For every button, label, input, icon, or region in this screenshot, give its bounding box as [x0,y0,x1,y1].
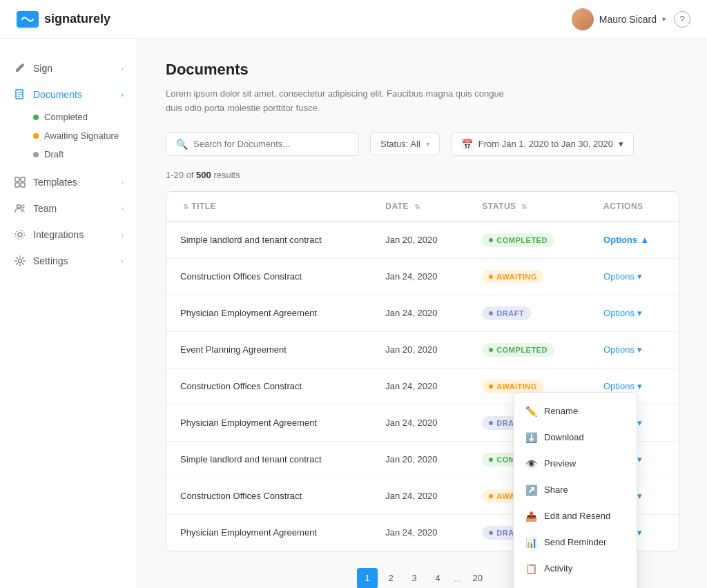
options-button[interactable]: Options ▾ [603,344,642,355]
status-badge: DRAFT [482,306,531,320]
sidebar-item-integrations[interactable]: Integrations › [0,222,137,248]
status-badge: AWAITING [482,270,543,284]
svg-rect-4 [21,183,25,187]
col-status[interactable]: STATUS ⇅ [468,192,590,222]
dropdown-edit-resend[interactable]: 📤 Edit and Resend [514,503,637,529]
col-title[interactable]: ⇅ TITLE [166,192,371,222]
download-label: Download [544,432,584,442]
svg-point-9 [19,259,22,263]
svg-point-8 [16,231,25,239]
doc-actions: Options ▾ [590,295,679,331]
sort-icon: ⇅ [183,203,189,210]
edit-resend-icon: 📤 [525,510,537,522]
page-1-button[interactable]: 1 [357,568,378,588]
page-3-button[interactable]: 3 [404,568,425,588]
options-button[interactable]: Options ▾ [603,381,642,391]
header: signaturely Mauro Sicard ▾ ? [0,0,707,39]
search-input[interactable] [193,139,349,149]
sidebar-sign-label: Sign [33,63,52,74]
options-button[interactable]: Options ▾ [603,308,642,318]
draft-label: Draft [44,149,64,159]
svg-point-6 [21,205,24,208]
sidebar-item-awaiting[interactable]: Awaiting Signature [33,126,124,145]
help-button[interactable]: ? [674,11,690,28]
share-label: Share [544,484,568,495]
date-filter-label: From Jan 1, 2020 to Jan 30, 2020 [478,139,613,149]
svg-rect-3 [15,183,19,187]
documents-icon [14,88,26,101]
sidebar-item-sign[interactable]: Sign › [0,55,137,81]
sidebar-item-team[interactable]: Team › [0,195,137,222]
team-icon [14,202,26,215]
sidebar-item-templates[interactable]: Templates › [0,169,137,195]
draft-dot [33,152,39,157]
status-dot [489,348,493,352]
options-chevron-icon: ▾ [637,308,642,318]
results-suffix: results [213,170,240,180]
date-filter-chevron-icon: ▾ [619,139,623,149]
doc-title: Physician Employment Agreement [166,514,371,551]
doc-date: Jan 24, 2020 [371,478,468,514]
sidebar-item-documents[interactable]: Documents › [0,81,137,108]
page-description: Lorem ipsum dolor sit amet, consectetur … [166,87,511,116]
col-date[interactable]: DATE ⇅ [371,192,468,222]
page-4-button[interactable]: 4 [427,568,448,588]
svg-rect-1 [15,177,19,182]
table-row: Physician Employment Agreement Jan 24, 2… [166,295,679,331]
options-chevron-icon: ▾ [637,381,642,391]
page-title: Documents [166,61,679,79]
search-box[interactable]: 🔍 [166,133,359,156]
user-menu[interactable]: Mauro Sicard ▾ [572,8,666,30]
doc-status: DRAFT [468,295,590,331]
sidebar-item-completed[interactable]: Completed [33,108,124,126]
documents-chevron-icon: › [122,91,124,99]
doc-status: AWAITING [468,258,590,295]
options-chevron-icon: ▾ [637,527,642,538]
status-dot [489,384,493,389]
sidebar-settings-label: Settings [33,255,68,266]
doc-date: Jan 20, 2020 [371,441,468,478]
dropdown-preview[interactable]: 👁️ Preview [514,451,637,477]
doc-date: Jan 24, 2020 [371,404,468,441]
sidebar-item-settings[interactable]: Settings › [0,248,137,274]
doc-title: Physician Employment Agreement [166,295,371,331]
page-20-button[interactable]: 20 [467,568,488,588]
doc-status: COMPLETED [468,331,590,368]
dropdown-activity[interactable]: 📋 Activity [514,556,637,582]
logo-text: signaturely [44,12,110,26]
status-dot [489,311,493,315]
sidebar-templates-label: Templates [33,177,77,188]
status-badge: COMPLETED [482,233,554,247]
doc-title: Construction Offices Constract [166,258,371,295]
dropdown-share[interactable]: ↗️ Share [514,477,637,503]
avatar [572,8,594,30]
table-row: Construction Offices Constract Jan 24, 2… [166,258,679,295]
status-filter-chevron-icon: ▾ [426,140,429,148]
logo-icon [17,11,39,28]
sidebar-item-draft[interactable]: Draft [33,145,124,164]
dropdown-delete[interactable]: 🗑️ Delete [514,582,637,588]
doc-actions: Options ▾ [590,331,679,368]
rename-icon: ✏️ [525,405,537,418]
main-content: Documents Lorem ipsum dolor sit amet, co… [138,39,707,588]
options-button[interactable]: Options ▾ [603,271,642,282]
sidebar-documents-label: Documents [33,89,82,100]
page-2-button[interactable]: 2 [380,568,401,588]
doc-date: Jan 24, 2020 [371,295,468,331]
user-name: Mauro Sicard [599,14,657,25]
awaiting-label: Awaiting Signature [44,130,119,141]
dropdown-download[interactable]: ⬇️ Download [514,424,637,451]
dropdown-rename[interactable]: ✏️ Rename [514,398,637,424]
table-header-row: ⇅ TITLE DATE ⇅ STATUS ⇅ ACTIONS [166,192,679,222]
download-icon: ⬇️ [525,431,537,444]
sign-icon [14,62,26,75]
status-filter[interactable]: Status: All ▾ [370,133,440,155]
svg-point-5 [17,205,21,208]
edit-resend-label: Edit and Resend [544,511,610,521]
status-dot [489,421,493,425]
dropdown-send-reminder[interactable]: 📊 Send Reminder [514,529,637,556]
options-button[interactable]: Options ▲ [603,235,649,245]
integrations-chevron-icon: › [122,231,124,239]
date-filter[interactable]: 📅 From Jan 1, 2020 to Jan 30, 2020 ▾ [451,133,634,156]
status-dot [489,531,493,535]
